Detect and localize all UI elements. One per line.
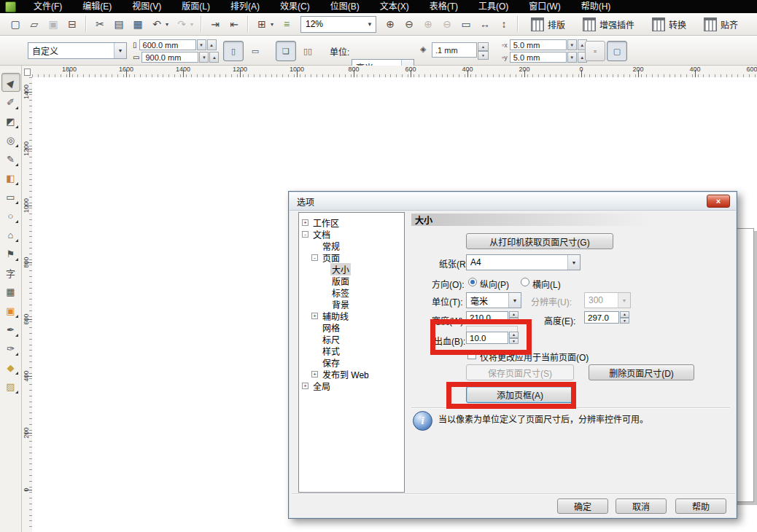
pick-tool[interactable]: ▶	[1, 73, 20, 92]
tree-expander-icon[interactable]: +	[311, 371, 318, 378]
spin-up-icon[interactable]: ▲	[509, 311, 519, 318]
redo-icon[interactable]: ↷	[174, 16, 190, 32]
duplicate-x-field[interactable]: 5.0 mm	[510, 39, 567, 50]
separator[interactable]	[201, 16, 202, 32]
tree-expander-icon[interactable]: +	[311, 313, 318, 319]
menu-item[interactable]: 版面(L)	[171, 0, 220, 13]
all-pages-button[interactable]: ❏	[276, 41, 296, 61]
copy-icon[interactable]: ▤	[111, 16, 127, 32]
menu-item[interactable]: 帮助(H)	[571, 0, 621, 13]
eyedropper-tool[interactable]: ✒	[2, 321, 20, 338]
tree-item[interactable]: 标尺	[299, 333, 404, 345]
undo-dropdown-icon[interactable]: ▾	[163, 16, 171, 32]
portrait-radio[interactable]	[468, 278, 477, 286]
tree-item[interactable]: - 文档	[299, 228, 404, 240]
import-icon[interactable]: ⇥	[207, 16, 223, 32]
tree-expander-icon[interactable]	[321, 278, 327, 284]
tree-item[interactable]: + 辅助线	[299, 310, 404, 321]
tree-item[interactable]: 背景	[299, 298, 404, 310]
duplicate-y-field[interactable]: 5.0 mm	[510, 52, 567, 63]
tree-item[interactable]: 大小	[299, 263, 404, 275]
tree-expander-icon[interactable]	[311, 324, 318, 331]
app-launcher-icon[interactable]: ⊞	[254, 16, 270, 32]
chevron-down-icon[interactable]: ▼	[567, 255, 580, 270]
tree-expander-icon[interactable]	[321, 289, 327, 296]
paper-width-field[interactable]: 600.0 mm	[139, 39, 196, 50]
paper-combo[interactable]: A4 ▼	[466, 254, 581, 270]
tree-item[interactable]: 样式	[299, 345, 404, 356]
basic-shapes-tool[interactable]: ⚑	[2, 245, 20, 262]
spin-down-icon[interactable]: ▼	[197, 39, 206, 50]
polygon-tool[interactable]: ⌂	[2, 226, 20, 243]
layout-button[interactable]: 排版	[529, 16, 567, 33]
app-launcher-dropdown-icon[interactable]: ▾	[268, 16, 276, 32]
tree-expander-icon[interactable]	[311, 243, 318, 249]
fill-tool[interactable]: ◆	[2, 359, 20, 376]
menu-item[interactable]: 排列(A)	[220, 0, 270, 13]
units-combo[interactable]: 毫米 ▼	[466, 292, 521, 308]
zoom-tool[interactable]: ◎	[2, 131, 20, 149]
tree-expander-icon[interactable]	[311, 359, 318, 366]
close-button[interactable]: ×	[707, 195, 730, 208]
tree-expander-icon[interactable]	[311, 348, 318, 354]
spin-down-icon[interactable]: ▼	[199, 52, 209, 63]
redo-dropdown-icon[interactable]: ▾	[188, 16, 195, 32]
welcome-screen-icon[interactable]: ≡	[279, 16, 295, 32]
new-document-icon[interactable]: ▢	[7, 16, 23, 32]
menu-item[interactable]: 工具(O)	[468, 0, 519, 13]
menu-item[interactable]: 编辑(E)	[72, 0, 122, 13]
spin-down-icon[interactable]: ▼	[620, 318, 629, 324]
spin-up-icon[interactable]: ▲	[478, 42, 489, 51]
cancel-button[interactable]: 取消	[616, 498, 667, 514]
tree-item[interactable]: 保存	[299, 356, 404, 368]
treat-as-filled-button[interactable]: ▫	[585, 41, 605, 61]
tree-item[interactable]: 标签	[299, 286, 404, 298]
tree-expander-icon[interactable]	[321, 301, 327, 308]
zoom-all-objects-icon[interactable]: ⊖	[439, 16, 455, 32]
save-icon[interactable]: ▣	[45, 16, 61, 32]
tree-expander-icon[interactable]	[311, 336, 318, 343]
vertical-ruler[interactable]: 1400120010008006004002000	[22, 77, 33, 532]
menu-item[interactable]: 文件(F)	[23, 0, 72, 13]
interactive-fill-tool[interactable]: ▨	[2, 378, 20, 395]
zoom-page-icon[interactable]: ▭	[458, 16, 474, 32]
print-icon[interactable]: ⊟	[64, 16, 80, 32]
menu-item[interactable]: 表格(T)	[419, 0, 468, 13]
blend-tool[interactable]: ▣	[2, 302, 20, 319]
tree-expander-icon[interactable]: +	[302, 219, 308, 226]
ok-button[interactable]: 确定	[557, 498, 608, 514]
tree-expander-icon[interactable]: -	[311, 254, 318, 261]
menu-item[interactable]: 视图(V)	[122, 0, 171, 13]
tree-item[interactable]: 网格	[299, 321, 404, 333]
ruler-origin[interactable]	[22, 66, 33, 78]
cut-icon[interactable]: ✂	[92, 16, 108, 32]
tree-item[interactable]: + 发布到 Web	[299, 368, 404, 380]
chevron-down-icon[interactable]: ▼	[114, 43, 126, 58]
help-button[interactable]: 帮助	[675, 498, 726, 514]
tree-item[interactable]: - 页面	[299, 251, 404, 263]
menu-item[interactable]: 位图(B)	[320, 0, 370, 13]
spin-down-icon[interactable]: ▼	[478, 51, 489, 60]
tree-item[interactable]: + 全局	[299, 380, 404, 391]
open-icon[interactable]: ▱	[26, 16, 42, 32]
outline-pen-tool[interactable]: ✑	[2, 340, 20, 357]
spin-up-icon[interactable]: ▲	[207, 39, 217, 50]
spin-up-icon[interactable]: ▲	[620, 311, 629, 318]
ellipse-tool[interactable]: ○	[2, 207, 20, 224]
nudge-field[interactable]: .1 mm	[432, 42, 477, 58]
get-size-from-printer-button[interactable]: 从打印机获取页面尺寸(G)	[466, 233, 613, 249]
menu-item[interactable]: 窗口(W)	[519, 0, 570, 13]
tree-expander-icon[interactable]: -	[302, 231, 308, 238]
spin-down-icon[interactable]: ▼	[567, 52, 577, 63]
page-preset-combo[interactable]: 自定义 ▼	[28, 42, 127, 59]
shape-tool[interactable]: ✐	[2, 93, 20, 111]
zoom-level-combo[interactable]: 12% ▼	[300, 16, 376, 33]
smart-fill-tool[interactable]: ◧	[2, 169, 20, 187]
current-page-button[interactable]: ▯▯	[298, 41, 318, 61]
treat-outline-button[interactable]: ▢	[607, 41, 627, 61]
zoom-height-icon[interactable]: ↕	[496, 16, 512, 32]
spin-down-icon[interactable]: ▼	[567, 39, 577, 50]
menu-item[interactable]: 文本(X)	[370, 0, 419, 13]
tree-item[interactable]: + 工作区	[299, 216, 404, 228]
zoom-out-icon[interactable]: ⊖	[401, 16, 417, 32]
